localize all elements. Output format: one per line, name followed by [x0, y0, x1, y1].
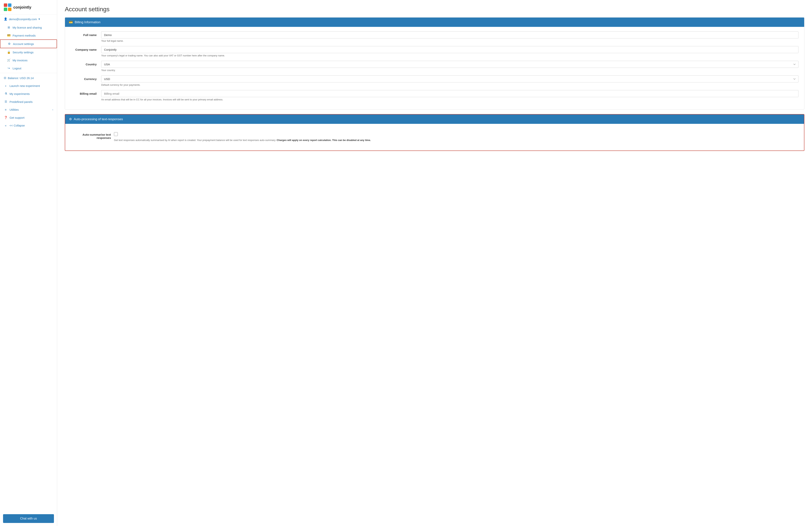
auto-summarise-checkbox-wrap [114, 132, 796, 137]
user-icon: 👤 [4, 17, 8, 21]
balance-display: ⊟ Balance: USD 26.14 [0, 74, 57, 82]
billing-email-help: An email address that will be in CC for … [101, 98, 798, 101]
full-name-row: Full name Your full legal name. [71, 31, 798, 42]
sidebar-item-security[interactable]: 🔒 Security settings [0, 48, 57, 56]
sidebar-item-label: Get support [10, 116, 24, 119]
experiments-icon: ⚗ [4, 92, 8, 96]
country-row: Country USA Canada United Kingdom Austra… [71, 61, 798, 72]
sidebar-item-label: Utilities [10, 108, 19, 111]
company-name-help: Your company's legal or trading name. Yo… [101, 54, 798, 57]
sidebar-item-label: Launch new experiment [10, 84, 40, 87]
auto-summarise-row: Auto-summarise text responses Get text r… [71, 128, 798, 146]
logout-icon: ↪ [7, 67, 11, 70]
country-label: Country [71, 61, 101, 66]
full-name-input[interactable] [101, 31, 798, 39]
sidebar-item-label: My licence and sharing [13, 26, 42, 29]
main-content: Account settings 💳 Billing Information F… [57, 0, 812, 526]
auto-summarise-help: Get text responses automatically summari… [114, 138, 796, 142]
balance-icon: ⊟ [4, 76, 6, 79]
logo-icon [4, 3, 12, 11]
sidebar-item-invoices[interactable]: 🛒 My invoices [0, 56, 57, 64]
autoprocess-header-label: Auto-processing of text-responses [74, 117, 123, 121]
company-name-label: Company name [71, 46, 101, 51]
chevron-down-icon: ▾ [39, 17, 40, 21]
billing-header-icon: 💳 [69, 20, 73, 24]
billing-header-label: Billing Information [75, 20, 100, 24]
sidebar-item-logout[interactable]: ↪ Logout [0, 64, 57, 72]
sidebar-item-payment[interactable]: 💳 Payment methods [0, 31, 57, 40]
company-name-input[interactable] [101, 46, 798, 53]
sidebar-item-launch[interactable]: + Launch new experiment [0, 82, 57, 90]
billing-card-body: Full name Your full legal name. Company … [65, 27, 804, 109]
auto-summarise-checkbox[interactable] [114, 132, 118, 136]
sidebar-bottom: Chat with us [0, 511, 57, 526]
svg-rect-2 [4, 8, 7, 11]
billing-email-wrap: An email address that will be in CC for … [101, 90, 798, 101]
autoprocess-card-body: Auto-summarise text responses Get text r… [65, 124, 804, 150]
auto-summarise-label: Auto-summarise text responses [73, 132, 111, 140]
currency-select[interactable]: USD EUR GBP AUD [101, 75, 798, 83]
billing-email-label: Billing email [71, 90, 101, 95]
country-help: Your country. [101, 69, 798, 72]
currency-label: Currency [71, 75, 101, 81]
sidebar-item-panels[interactable]: ☰ Predefined panels [0, 98, 57, 106]
svg-rect-3 [8, 8, 12, 11]
sidebar-item-experiments[interactable]: ⚗ My experiments [0, 90, 57, 98]
security-icon: 🔒 [7, 50, 11, 54]
sidebar: conjointly 👤 demo@conjointly.com ▾ ⊞ My … [0, 0, 57, 526]
sidebar-item-label: Payment methods [13, 34, 35, 37]
chat-button[interactable]: Chat with us [3, 514, 54, 523]
sidebar-item-label: My invoices [13, 59, 27, 62]
sidebar-item-support[interactable]: ❓ Get support [0, 114, 57, 121]
autoprocess-card-header: ⚙ Auto-processing of text-responses [65, 115, 804, 124]
currency-wrap: USD EUR GBP AUD Default currency for you… [101, 75, 798, 86]
page-title: Account settings [65, 6, 804, 13]
country-wrap: USA Canada United Kingdom Australia Your… [101, 61, 798, 72]
full-name-label: Full name [71, 31, 101, 36]
billing-email-row: Billing email An email address that will… [71, 90, 798, 101]
sidebar-item-licence[interactable]: ⊞ My licence and sharing [0, 24, 57, 31]
payment-icon: 💳 [7, 34, 11, 37]
licence-icon: ⊞ [7, 26, 11, 29]
company-name-row: Company name Your company's legal or tra… [71, 46, 798, 57]
sidebar-item-label: << Collapse [10, 124, 25, 127]
balance-text: Balance: USD 26.14 [8, 76, 34, 79]
user-menu[interactable]: 👤 demo@conjointly.com ▾ [0, 15, 57, 24]
currency-help: Default currency for your payments. [101, 84, 798, 86]
auto-summarise-content: Get text responses automatically summari… [114, 132, 796, 142]
svg-rect-1 [8, 3, 12, 7]
collapse-icon: « [4, 124, 8, 127]
support-icon: ❓ [4, 116, 8, 119]
sidebar-item-account[interactable]: ⚙ Account settings [0, 40, 57, 48]
sidebar-item-label: Account settings [13, 42, 34, 45]
auto-help-text: Get text responses automatically summari… [114, 139, 276, 142]
autoprocess-card: ⚙ Auto-processing of text-responses Auto… [65, 114, 804, 151]
account-icon: ⚙ [7, 42, 11, 45]
sidebar-item-label: Logout [13, 67, 21, 70]
chevron-left-icon: ‹ [53, 108, 53, 111]
invoices-icon: 🛒 [7, 58, 11, 62]
plus-icon: + [4, 84, 8, 87]
full-name-help: Your full legal name. [101, 40, 798, 42]
sidebar-item-label: My experiments [10, 92, 30, 96]
sidebar-item-label: Predefined panels [10, 100, 33, 103]
sidebar-item-label: Security settings [13, 51, 33, 54]
country-select[interactable]: USA Canada United Kingdom Australia [101, 61, 798, 68]
svg-rect-0 [4, 3, 7, 7]
panels-icon: ☰ [4, 100, 8, 103]
sidebar-item-collapse[interactable]: « << Collapse [0, 121, 57, 129]
user-email: demo@conjointly.com [9, 17, 37, 21]
utilities-icon: ≡ [4, 108, 8, 111]
logo-container: conjointly [0, 0, 57, 15]
currency-row: Currency USD EUR GBP AUD Default currenc… [71, 75, 798, 86]
full-name-wrap: Your full legal name. [101, 31, 798, 42]
auto-help-bold: Charges will apply on every report calcu… [277, 139, 371, 142]
sidebar-nav: ⊞ My licence and sharing 💳 Payment metho… [0, 24, 57, 511]
billing-card-header: 💳 Billing Information [65, 17, 804, 27]
billing-card: 💳 Billing Information Full name Your ful… [65, 17, 804, 109]
billing-email-input[interactable] [101, 90, 798, 97]
logo-text: conjointly [13, 5, 31, 10]
company-name-wrap: Your company's legal or trading name. Yo… [101, 46, 798, 57]
autoprocess-header-icon: ⚙ [69, 117, 72, 121]
sidebar-item-utilities[interactable]: ≡ Utilities ‹ [0, 106, 57, 114]
